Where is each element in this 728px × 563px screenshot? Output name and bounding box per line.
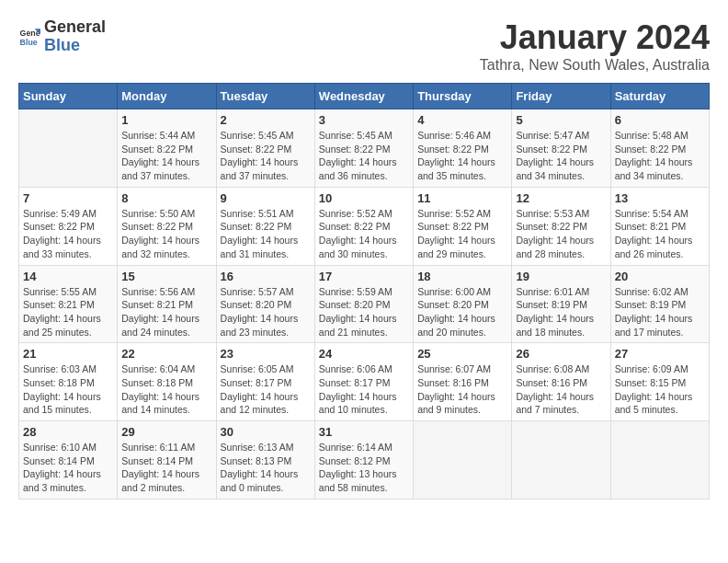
day-info: Sunrise: 5:46 AM Sunset: 8:22 PM Dayligh… [417,129,507,183]
day-number: 6 [615,113,705,127]
calendar-cell: 10Sunrise: 5:52 AM Sunset: 8:22 PM Dayli… [314,187,413,265]
calendar-cell: 2Sunrise: 5:45 AM Sunset: 8:22 PM Daylig… [216,109,314,188]
day-number: 16 [221,270,311,283]
day-info: Sunrise: 5:52 AM Sunset: 8:22 PM Dayligh… [417,207,507,261]
calendar-cell: 30Sunrise: 6:13 AM Sunset: 8:13 PM Dayli… [216,421,314,500]
day-info: Sunrise: 6:04 AM Sunset: 8:18 PM Dayligh… [121,362,211,417]
day-number: 18 [417,270,507,283]
day-info: Sunrise: 5:50 AM Sunset: 8:22 PM Dayligh… [121,207,211,261]
day-info: Sunrise: 6:08 AM Sunset: 8:16 PM Dayligh… [516,362,606,417]
day-info: Sunrise: 6:06 AM Sunset: 8:17 PM Dayligh… [319,362,409,417]
calendar-cell: 4Sunrise: 5:46 AM Sunset: 8:22 PM Daylig… [414,109,512,188]
day-number: 5 [516,113,606,127]
day-info: Sunrise: 6:00 AM Sunset: 8:20 PM Dayligh… [417,285,507,339]
day-info: Sunrise: 5:45 AM Sunset: 8:22 PM Dayligh… [221,129,311,183]
header: General Blue General Blue January 2024 T… [18,18,710,74]
day-number: 21 [23,347,113,361]
day-number: 17 [319,270,409,283]
calendar-cell [512,421,610,500]
day-number: 23 [221,347,311,361]
calendar-cell: 15Sunrise: 5:56 AM Sunset: 8:21 PM Dayli… [118,265,216,343]
day-info: Sunrise: 6:01 AM Sunset: 8:19 PM Dayligh… [516,285,606,339]
day-info: Sunrise: 6:13 AM Sunset: 8:13 PM Dayligh… [221,441,311,495]
logo-text: General Blue [44,18,106,55]
calendar-cell: 5Sunrise: 5:47 AM Sunset: 8:22 PM Daylig… [512,109,610,188]
day-info: Sunrise: 6:05 AM Sunset: 8:17 PM Dayligh… [221,362,311,417]
svg-text:Blue: Blue [20,38,38,47]
day-info: Sunrise: 5:49 AM Sunset: 8:22 PM Dayligh… [23,207,113,261]
calendar-cell: 23Sunrise: 6:05 AM Sunset: 8:17 PM Dayli… [216,343,314,421]
day-info: Sunrise: 6:10 AM Sunset: 8:14 PM Dayligh… [23,441,113,495]
column-header-wednesday: Wednesday [314,84,413,109]
subtitle: Tathra, New South Wales, Australia [480,57,710,74]
calendar-cell: 26Sunrise: 6:08 AM Sunset: 8:16 PM Dayli… [512,343,610,421]
day-number: 8 [121,191,211,205]
calendar-cell: 8Sunrise: 5:50 AM Sunset: 8:22 PM Daylig… [118,187,216,265]
day-number: 3 [319,113,409,127]
day-info: Sunrise: 5:54 AM Sunset: 8:21 PM Dayligh… [615,207,705,261]
day-number: 28 [23,425,113,439]
day-number: 2 [221,113,311,127]
calendar-table: SundayMondayTuesdayWednesdayThursdayFrid… [18,83,710,500]
calendar-cell [19,109,118,188]
calendar-cell: 28Sunrise: 6:10 AM Sunset: 8:14 PM Dayli… [19,421,118,500]
calendar-cell: 17Sunrise: 5:59 AM Sunset: 8:20 PM Dayli… [314,265,413,343]
day-info: Sunrise: 5:47 AM Sunset: 8:22 PM Dayligh… [516,129,606,183]
day-info: Sunrise: 5:53 AM Sunset: 8:22 PM Dayligh… [516,207,606,261]
day-number: 20 [615,270,705,283]
day-number: 13 [615,191,705,205]
calendar-cell: 3Sunrise: 5:45 AM Sunset: 8:22 PM Daylig… [314,109,413,188]
calendar-cell: 16Sunrise: 5:57 AM Sunset: 8:20 PM Dayli… [216,265,314,343]
day-info: Sunrise: 5:48 AM Sunset: 8:22 PM Dayligh… [615,129,705,183]
calendar-cell: 13Sunrise: 5:54 AM Sunset: 8:21 PM Dayli… [610,187,709,265]
calendar-cell: 18Sunrise: 6:00 AM Sunset: 8:20 PM Dayli… [414,265,512,343]
day-number: 27 [615,347,705,361]
calendar-week-5: 28Sunrise: 6:10 AM Sunset: 8:14 PM Dayli… [19,421,710,500]
calendar-cell: 31Sunrise: 6:14 AM Sunset: 8:12 PM Dayli… [314,421,413,500]
title-section: January 2024 Tathra, New South Wales, Au… [480,18,710,74]
day-number: 10 [319,191,409,205]
day-info: Sunrise: 5:45 AM Sunset: 8:22 PM Dayligh… [319,129,409,183]
day-number: 31 [319,425,409,439]
day-number: 11 [417,191,507,205]
day-number: 14 [23,270,113,283]
calendar-cell: 14Sunrise: 5:55 AM Sunset: 8:21 PM Dayli… [19,265,118,343]
day-number: 26 [516,347,606,361]
column-header-saturday: Saturday [610,84,709,109]
calendar-cell: 11Sunrise: 5:52 AM Sunset: 8:22 PM Dayli… [414,187,512,265]
calendar-cell: 19Sunrise: 6:01 AM Sunset: 8:19 PM Dayli… [512,265,610,343]
calendar-cell: 1Sunrise: 5:44 AM Sunset: 8:22 PM Daylig… [118,109,216,188]
calendar-cell: 6Sunrise: 5:48 AM Sunset: 8:22 PM Daylig… [610,109,709,188]
calendar-cell: 22Sunrise: 6:04 AM Sunset: 8:18 PM Dayli… [118,343,216,421]
calendar-cell: 9Sunrise: 5:51 AM Sunset: 8:22 PM Daylig… [216,187,314,265]
column-header-monday: Monday [118,84,216,109]
calendar-week-1: 1Sunrise: 5:44 AM Sunset: 8:22 PM Daylig… [19,109,710,188]
calendar-cell: 12Sunrise: 5:53 AM Sunset: 8:22 PM Dayli… [512,187,610,265]
day-number: 19 [516,270,606,283]
calendar-cell: 29Sunrise: 6:11 AM Sunset: 8:14 PM Dayli… [118,421,216,500]
calendar-week-3: 14Sunrise: 5:55 AM Sunset: 8:21 PM Dayli… [19,265,710,343]
day-info: Sunrise: 5:56 AM Sunset: 8:21 PM Dayligh… [121,285,211,339]
column-header-tuesday: Tuesday [216,84,314,109]
day-number: 4 [417,113,507,127]
day-number: 7 [23,191,113,205]
day-number: 9 [221,191,311,205]
calendar-cell: 27Sunrise: 6:09 AM Sunset: 8:15 PM Dayli… [610,343,709,421]
logo-icon: General Blue [18,26,40,48]
calendar-cell: 24Sunrise: 6:06 AM Sunset: 8:17 PM Dayli… [314,343,413,421]
day-number: 12 [516,191,606,205]
calendar-cell [414,421,512,500]
day-info: Sunrise: 5:59 AM Sunset: 8:20 PM Dayligh… [319,285,409,339]
day-info: Sunrise: 6:03 AM Sunset: 8:18 PM Dayligh… [23,362,113,417]
calendar-cell [610,421,709,500]
day-info: Sunrise: 6:02 AM Sunset: 8:19 PM Dayligh… [615,285,705,339]
day-number: 30 [221,425,311,439]
calendar-cell: 7Sunrise: 5:49 AM Sunset: 8:22 PM Daylig… [19,187,118,265]
day-info: Sunrise: 6:07 AM Sunset: 8:16 PM Dayligh… [417,362,507,417]
day-info: Sunrise: 5:44 AM Sunset: 8:22 PM Dayligh… [121,129,211,183]
day-info: Sunrise: 6:14 AM Sunset: 8:12 PM Dayligh… [319,441,409,495]
day-info: Sunrise: 6:11 AM Sunset: 8:14 PM Dayligh… [121,441,211,495]
column-header-thursday: Thursday [414,84,512,109]
day-info: Sunrise: 5:51 AM Sunset: 8:22 PM Dayligh… [221,207,311,261]
day-number: 15 [121,270,211,283]
